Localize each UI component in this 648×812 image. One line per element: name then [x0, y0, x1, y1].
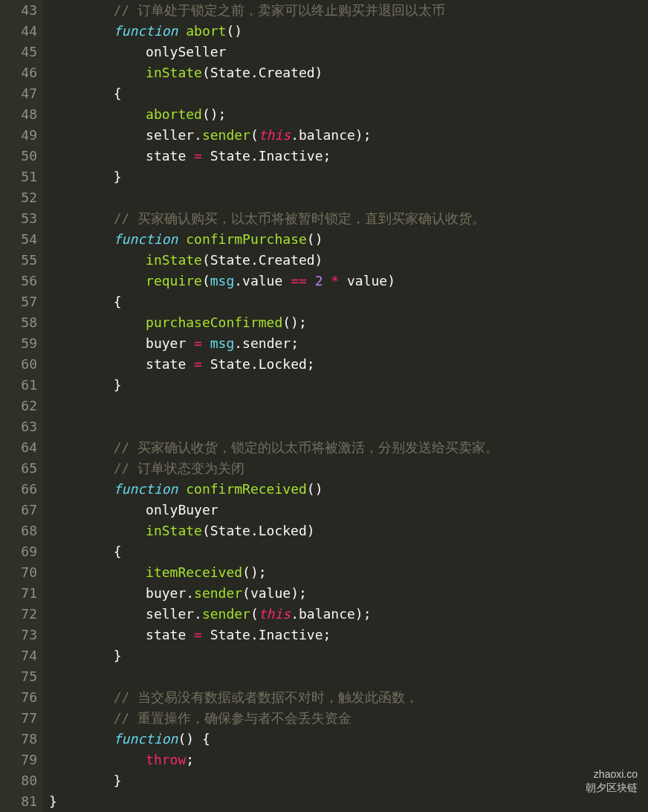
- token-comment: // 当交易没有数据或者数据不对时，触发此函数，: [114, 689, 419, 705]
- code-line[interactable]: inState(State.Created): [49, 250, 499, 271]
- token-punct: (State.Created): [202, 65, 323, 80]
- code-line[interactable]: state = State.Inactive;: [49, 625, 499, 645]
- code-line[interactable]: buyer = msg.sender;: [49, 333, 499, 354]
- code-line[interactable]: require(msg.value == 2 * value): [49, 271, 499, 291]
- code-line[interactable]: [49, 187, 499, 208]
- code-line[interactable]: function confirmReceived(): [49, 479, 499, 500]
- token-comment: // 重置操作，确保参与者不会丢失资金: [114, 710, 352, 726]
- line-number: 54: [9, 229, 37, 250]
- token-punct: [178, 231, 186, 247]
- token-punct: ();: [202, 106, 227, 122]
- token-funcname: sender: [202, 127, 250, 143]
- token-ident: state: [146, 356, 194, 372]
- code-line[interactable]: }: [49, 375, 499, 396]
- code-line[interactable]: {: [49, 541, 499, 562]
- code-line[interactable]: }: [49, 167, 499, 187]
- token-funcname: sender: [202, 606, 250, 622]
- code-line[interactable]: state = State.Inactive;: [49, 146, 499, 167]
- code-line[interactable]: }: [49, 791, 499, 812]
- code-line[interactable]: // 重置操作，确保参与者不会丢失资金: [49, 708, 499, 729]
- token-keyword: function: [114, 731, 178, 747]
- token-punct: (: [250, 606, 259, 622]
- token-op: =: [194, 356, 202, 372]
- code-line[interactable]: }: [49, 770, 499, 791]
- line-number: 66: [9, 479, 37, 500]
- code-line[interactable]: itemReceived();: [49, 562, 499, 583]
- token-funcname: aborted: [146, 106, 202, 122]
- code-line[interactable]: {: [49, 83, 499, 104]
- line-number: 61: [9, 375, 37, 396]
- token-punct: (): [307, 231, 323, 247]
- line-number: 62: [9, 396, 37, 416]
- token-funcname: require: [146, 273, 202, 289]
- code-line[interactable]: [49, 396, 499, 416]
- code-line[interactable]: state = State.Locked;: [49, 354, 499, 375]
- code-line[interactable]: // 买家确认购买，以太币将被暂时锁定，直到买家确认收货。: [49, 208, 499, 229]
- token-op: ==: [291, 273, 307, 289]
- token-funcname: sender: [194, 585, 242, 601]
- token-punct: [178, 481, 186, 497]
- token-punct: ();: [282, 315, 307, 330]
- token-ident: buyer: [146, 335, 194, 351]
- code-line[interactable]: function abort(): [49, 21, 499, 42]
- watermark: zhaoxi.co 朝夕区块链: [586, 767, 638, 794]
- line-number: 56: [9, 271, 37, 291]
- code-line[interactable]: [49, 666, 499, 687]
- token-ident: seller.: [146, 127, 202, 143]
- line-number: 70: [9, 562, 37, 583]
- code-line[interactable]: // 订单状态变为关闭: [49, 458, 499, 479]
- token-punct: .balance);: [291, 127, 371, 143]
- code-content[interactable]: // 订单处于锁定之前，卖家可以终止购买并退回以太币 function abor…: [43, 0, 499, 812]
- token-funcname: abort: [186, 23, 226, 39]
- code-line[interactable]: buyer.sender(value);: [49, 583, 499, 604]
- code-line[interactable]: seller.sender(this.balance);: [49, 604, 499, 625]
- line-number: 77: [9, 708, 37, 729]
- token-punct: (State.Created): [202, 252, 323, 268]
- code-line[interactable]: }: [49, 645, 499, 666]
- code-line[interactable]: // 当交易没有数据或者数据不对时，触发此函数，: [49, 687, 499, 708]
- token-funcname: confirmReceived: [186, 481, 307, 497]
- code-line[interactable]: seller.sender(this.balance);: [49, 125, 499, 146]
- token-ident: onlySeller: [146, 44, 226, 59]
- code-line[interactable]: // 订单处于锁定之前，卖家可以终止购买并退回以太币: [49, 0, 499, 21]
- token-funcname: inState: [146, 523, 202, 538]
- line-number: 68: [9, 521, 37, 541]
- code-line[interactable]: onlyBuyer: [49, 500, 499, 521]
- token-punct: {: [114, 294, 122, 309]
- token-number: 2: [315, 273, 323, 289]
- code-line[interactable]: aborted();: [49, 104, 499, 125]
- token-op: =: [194, 335, 202, 351]
- token-punct: (value);: [242, 585, 307, 601]
- code-editor[interactable]: 4344454647484950515253545556575859606162…: [0, 0, 648, 812]
- code-line[interactable]: throw;: [49, 750, 499, 770]
- token-punct: (: [250, 127, 259, 143]
- code-line[interactable]: inState(State.Created): [49, 62, 499, 83]
- code-line[interactable]: [49, 416, 499, 437]
- token-funcname: itemReceived: [146, 564, 242, 580]
- code-line[interactable]: onlySeller: [49, 42, 499, 62]
- code-line[interactable]: // 买家确认收货，锁定的以太币将被激活，分别发送给买卖家。: [49, 437, 499, 458]
- token-comment: // 买家确认收货，锁定的以太币将被激活，分别发送给买卖家。: [114, 439, 499, 455]
- line-number: 67: [9, 500, 37, 521]
- line-number: 76: [9, 687, 37, 708]
- token-comment: // 订单处于锁定之前，卖家可以终止购买并退回以太币: [114, 2, 446, 18]
- token-punct: }: [114, 377, 122, 393]
- line-number: 58: [9, 312, 37, 333]
- token-punct: }: [114, 773, 122, 788]
- token-punct: [323, 273, 331, 289]
- token-op: *: [331, 273, 339, 289]
- token-funcname: inState: [146, 252, 202, 268]
- token-op: =: [194, 148, 202, 164]
- line-number: 51: [9, 167, 37, 187]
- code-line[interactable]: inState(State.Locked): [49, 521, 499, 541]
- token-punct: (State.Locked): [202, 523, 315, 538]
- watermark-url: zhaoxi.co: [586, 767, 638, 781]
- line-number: 81: [9, 791, 37, 812]
- code-line[interactable]: function() {: [49, 729, 499, 750]
- token-punct: .sender;: [234, 335, 299, 351]
- code-line[interactable]: purchaseConfirmed();: [49, 312, 499, 333]
- code-line[interactable]: {: [49, 291, 499, 312]
- token-punct: [178, 23, 186, 39]
- line-number: 63: [9, 416, 37, 437]
- code-line[interactable]: function confirmPurchase(): [49, 229, 499, 250]
